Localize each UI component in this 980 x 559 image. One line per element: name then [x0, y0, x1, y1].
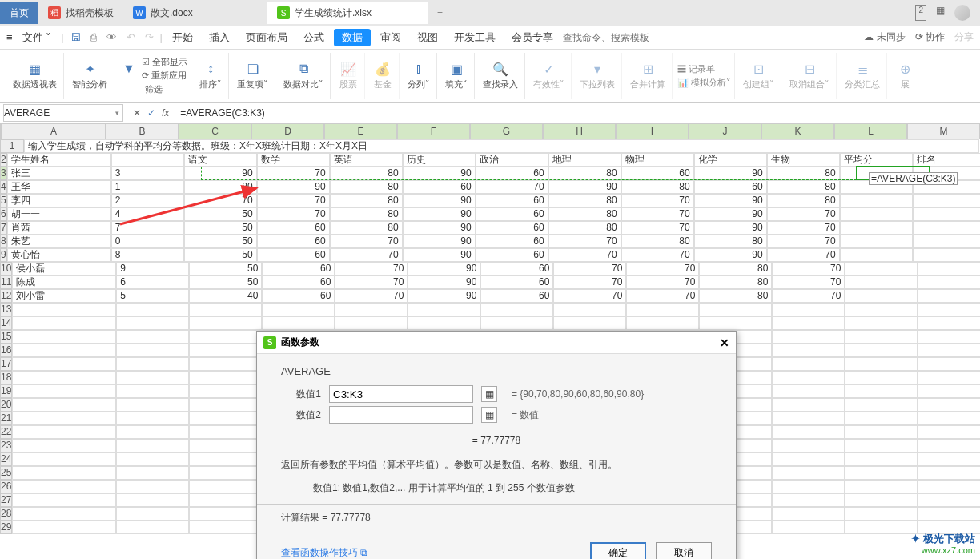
cell[interactable]: [189, 371, 262, 384]
cell[interactable]: [553, 316, 626, 330]
fx-icon[interactable]: fx: [162, 107, 169, 119]
ok-button[interactable]: 确定: [590, 542, 646, 559]
cell[interactable]: [918, 371, 980, 384]
cell[interactable]: [772, 412, 845, 425]
cell[interactable]: 60: [262, 289, 335, 303]
cell[interactable]: [12, 398, 116, 412]
row-header[interactable]: 13: [0, 303, 12, 316]
cell[interactable]: 80: [548, 221, 621, 235]
new-tab-button[interactable]: +: [428, 2, 452, 24]
cell[interactable]: [189, 303, 262, 316]
cell[interactable]: [840, 248, 913, 262]
save-icon[interactable]: 🖫: [67, 31, 84, 43]
cell[interactable]: [189, 398, 262, 412]
cell[interactable]: 生物: [767, 153, 840, 167]
cell[interactable]: 70: [548, 248, 621, 262]
cell[interactable]: 1: [111, 180, 184, 194]
cell[interactable]: [111, 153, 184, 167]
tab-xlsx-active[interactable]: S 学生成绩统计.xlsx: [267, 2, 428, 24]
cell[interactable]: [626, 316, 699, 330]
row-header[interactable]: 26: [0, 480, 12, 493]
cell[interactable]: 刘小雷: [12, 289, 116, 303]
row-header[interactable]: 24: [0, 452, 12, 466]
cell[interactable]: [12, 330, 116, 344]
cell[interactable]: [116, 412, 189, 425]
ribbon-group[interactable]: ⊡创建组˅: [737, 53, 781, 99]
cell[interactable]: 70: [330, 235, 403, 248]
ribbon-lookup[interactable]: 🔍查找录入: [476, 53, 525, 99]
cell[interactable]: [699, 303, 772, 316]
row-header[interactable]: 27: [0, 493, 12, 507]
ribbon-dup[interactable]: ❏重复项˅: [231, 53, 275, 99]
menu-icon[interactable]: ≡: [6, 31, 13, 43]
cell[interactable]: [772, 452, 845, 466]
cell[interactable]: 60: [257, 248, 330, 262]
cell[interactable]: [772, 425, 845, 439]
cell[interactable]: [116, 371, 189, 384]
cell[interactable]: 70: [621, 207, 694, 221]
ribbon-smart[interactable]: ✦智能分析: [66, 53, 114, 99]
menu-gongshi[interactable]: 公式: [297, 30, 331, 45]
cell[interactable]: [189, 521, 262, 534]
ribbon-dropdown[interactable]: ▾下拉列表: [573, 53, 622, 99]
cell[interactable]: 0: [111, 235, 184, 248]
cell[interactable]: 8: [111, 248, 184, 262]
cell[interactable]: 60: [403, 180, 476, 194]
search-input[interactable]: [563, 32, 659, 43]
col-header[interactable]: M: [907, 123, 980, 139]
cell[interactable]: [845, 507, 918, 521]
cell[interactable]: [845, 303, 918, 316]
cell[interactable]: [845, 316, 918, 330]
param2-input[interactable]: [329, 406, 473, 424]
print-icon[interactable]: ⎙: [87, 31, 100, 43]
cell[interactable]: [772, 344, 845, 357]
cell[interactable]: 90: [403, 248, 476, 262]
cell[interactable]: 70: [772, 262, 845, 275]
cell[interactable]: [845, 344, 918, 357]
cell[interactable]: 60: [257, 221, 330, 235]
cancel-button[interactable]: 取消: [656, 542, 712, 559]
cell[interactable]: 数学: [257, 153, 330, 167]
col-header[interactable]: L: [834, 123, 907, 139]
cell[interactable]: [116, 303, 189, 316]
cell[interactable]: 80: [330, 194, 403, 207]
ribbon-fund[interactable]: 💰基金: [367, 53, 400, 99]
cell[interactable]: 语文: [184, 153, 257, 167]
row-header[interactable]: 6: [0, 207, 7, 221]
cell[interactable]: [845, 439, 918, 452]
cell[interactable]: [918, 425, 980, 439]
ribbon-pivot[interactable]: ▦数据透视表: [6, 53, 64, 99]
cell[interactable]: [918, 466, 980, 480]
row-header[interactable]: 4: [0, 180, 7, 194]
cell[interactable]: [772, 439, 845, 452]
cell[interactable]: 化学: [694, 153, 767, 167]
cell[interactable]: [918, 480, 980, 493]
cell[interactable]: [918, 357, 980, 371]
cell[interactable]: 排名: [913, 153, 980, 167]
tab-template[interactable]: 稻 找稻壳模板: [38, 2, 123, 24]
cell[interactable]: [845, 425, 918, 439]
cell[interactable]: 80: [330, 221, 403, 235]
cell[interactable]: [12, 344, 116, 357]
cell[interactable]: 80: [548, 194, 621, 207]
cell[interactable]: 90: [408, 275, 480, 289]
cell[interactable]: 王华: [7, 180, 111, 194]
cell[interactable]: 70: [330, 248, 403, 262]
cell[interactable]: [12, 357, 116, 371]
cancel-formula-icon[interactable]: ✕: [133, 107, 141, 119]
cell[interactable]: [918, 493, 980, 507]
cell[interactable]: 90: [408, 289, 480, 303]
cell[interactable]: 60: [476, 248, 548, 262]
cell[interactable]: [845, 357, 918, 371]
share-button[interactable]: 分享: [954, 30, 974, 44]
cell[interactable]: [918, 330, 980, 344]
col-header[interactable]: D: [251, 123, 324, 139]
cell[interactable]: 陈成: [12, 275, 116, 289]
cell[interactable]: [845, 466, 918, 480]
avatar[interactable]: [954, 5, 970, 21]
cell[interactable]: [189, 357, 262, 371]
cell[interactable]: 李四: [7, 194, 111, 207]
cell[interactable]: 80: [767, 167, 840, 180]
menu-charu[interactable]: 插入: [203, 30, 236, 45]
cell[interactable]: 90: [694, 167, 767, 180]
